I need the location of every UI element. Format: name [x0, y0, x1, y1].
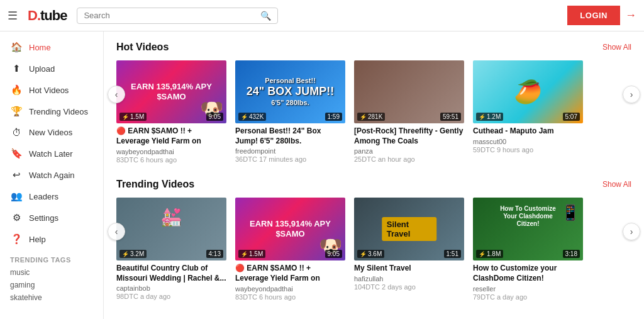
- trending-meta-3: 104DTC 2 days ago: [354, 283, 464, 291]
- sidebar-label-home: Home: [29, 43, 51, 52]
- hot-videos-title: Hot Videos: [116, 42, 169, 53]
- sidebar-item-upload[interactable]: ⬆ Upload: [0, 58, 103, 79]
- trending-overlay-2: ⚡1.5M 9:05: [235, 247, 345, 260]
- trending-video-2[interactable]: EARN 135,914% APY$SAMO 🐶 ⚡1.5M 9:05 🔴 EA…: [235, 198, 345, 301]
- hot-thumb-2: Personal Best!!24" BOX JUMP!!6'5" 280lbs…: [235, 60, 345, 123]
- trending-videos-row: 💒 ⚡3.2M 4:13 Beautiful Country Club of M…: [116, 198, 631, 301]
- trending-videos-header: Trending Videos Show All: [116, 179, 631, 190]
- login-arrow-icon[interactable]: →: [625, 9, 636, 22]
- trending-view-2: ⚡1.5M: [238, 250, 265, 258]
- thumb-overlay-3: ⚡281K 59:51: [354, 110, 464, 123]
- thumb-overlay-4: ⚡1.2M 5:07: [473, 110, 583, 123]
- hot-video-4[interactable]: 🥭 ⚡1.2M 5:07 Cuthead - Maputo Jam masscu…: [473, 60, 583, 164]
- trending-next-arrow[interactable]: ›: [623, 223, 640, 240]
- header-right: LOGIN →: [567, 6, 636, 25]
- hot-videos-show-all[interactable]: Show All: [602, 43, 631, 52]
- sidebar-label-trending: Trending Videos: [29, 107, 88, 116]
- trending-author-3: hafizullah: [354, 275, 464, 283]
- home-icon: 🏠: [10, 42, 23, 53]
- trending-tags-title: TRENDING TAGS: [0, 250, 103, 266]
- hot-video-author-4: masscut00: [473, 138, 583, 145]
- search-input[interactable]: [84, 11, 260, 20]
- hot-thumb-4: 🥭 ⚡1.2M 5:07: [473, 60, 583, 123]
- trending-overlay-1: ⚡3.2M 4:13: [116, 247, 226, 260]
- trending-title-3: My Silent Travel: [354, 264, 464, 274]
- sidebar-item-home[interactable]: 🏠 Home: [0, 36, 103, 58]
- sidebar-label-new-videos: New Videos: [29, 128, 72, 137]
- trending-thumb-2: EARN 135,914% APY$SAMO 🐶 ⚡1.5M 9:05: [235, 198, 345, 260]
- hot-video-title-3: [Post-Rock] Threefifty - Gently Among Th…: [354, 126, 464, 146]
- hot-videos-prev-arrow[interactable]: ‹: [108, 86, 125, 103]
- trending-view-1: ⚡3.2M: [119, 250, 147, 258]
- trending-video-1[interactable]: 💒 ⚡3.2M 4:13 Beautiful Country Club of M…: [116, 198, 226, 301]
- view-count-3: ⚡281K: [357, 113, 385, 121]
- hot-video-meta-4: 59DTC 9 hours ago: [473, 146, 583, 154]
- hot-videos-row: EARN 135,914% APY$SAMO 🐶 ⚡1.5M 9:05 🔴 EA…: [116, 60, 631, 164]
- trending-meta-4: 79DTC a day ago: [473, 293, 583, 301]
- bookmark-icon: 🔖: [10, 148, 23, 159]
- sidebar-item-hot-videos[interactable]: 🔥 Hot Videos: [0, 79, 103, 101]
- hamburger-menu[interactable]: ☰: [8, 9, 18, 23]
- sidebar-item-help[interactable]: ❓ Help: [0, 228, 103, 250]
- sidebar-item-watch-again[interactable]: ↩ Watch Again: [0, 164, 103, 186]
- trending-title-2: 🔴 EARN $SAMO !! + Leverage Yield Farm on…: [235, 264, 345, 284]
- trending-prev-arrow[interactable]: ‹: [108, 223, 125, 240]
- hot-videos-next-arrow[interactable]: ›: [623, 86, 640, 103]
- wedding-emoji: 💒: [160, 206, 182, 227]
- trending-dur-4: 3:18: [563, 250, 580, 258]
- hot-video-1[interactable]: EARN 135,914% APY$SAMO 🐶 ⚡1.5M 9:05 🔴 EA…: [116, 60, 226, 164]
- trending-videos-title: Trending Videos: [116, 179, 194, 190]
- hot-videos-row-wrapper: ‹ EARN 135,914% APY$SAMO 🐶 ⚡1.5M 9:05: [116, 60, 631, 164]
- trending-title-4: How to Customize your ClashDome Citizen!…: [473, 264, 583, 284]
- upload-icon: ⬆: [10, 63, 23, 74]
- trending-title-1: Beautiful Country Club of Missouri Weddi…: [116, 264, 226, 283]
- hot-video-2[interactable]: Personal Best!!24" BOX JUMP!!6'5" 280lbs…: [235, 60, 345, 164]
- tag-skatehive[interactable]: skatehive: [0, 291, 103, 304]
- replay-icon: ↩: [10, 169, 23, 181]
- trending-dur-3: 1:51: [444, 250, 461, 258]
- sidebar-item-watch-later[interactable]: 🔖 Watch Later: [0, 143, 103, 164]
- sidebar-label-watch-again: Watch Again: [29, 171, 75, 180]
- hot-video-title-2: Personal Best!! 24" Box Jump! 6'5" 280lb…: [235, 126, 345, 146]
- trending-thumb-3: Silent Travel ⚡3.6M 1:51: [354, 198, 464, 260]
- hot-video-3[interactable]: ⚡281K 59:51 [Post-Rock] Threefifty - Gen…: [354, 60, 464, 164]
- hot-thumb-3: ⚡281K 59:51: [354, 60, 464, 123]
- duration-3: 59:51: [440, 113, 461, 121]
- sidebar-label-upload: Upload: [29, 64, 55, 74]
- gear-icon: ⚙: [10, 212, 23, 223]
- trending-video-4[interactable]: 📱 How To CustomizeYour ClashdomeCitizen!…: [473, 198, 583, 301]
- trending-videos-show-all[interactable]: Show All: [602, 180, 631, 189]
- logo-tube: tube: [40, 8, 67, 23]
- sidebar-label-leaders: Leaders: [29, 192, 58, 201]
- sidebar-label-watch-later: Watch Later: [29, 149, 73, 159]
- login-button[interactable]: LOGIN: [567, 6, 620, 25]
- sidebar-item-new-videos[interactable]: ⏱ New Videos: [0, 122, 103, 143]
- hot-video-title-4: Cuthead - Maputo Jam: [473, 126, 583, 137]
- tag-gaming[interactable]: gaming: [0, 279, 103, 291]
- hot-video-meta-2: 36DTC 17 minutes ago: [235, 155, 345, 163]
- thumb-overlay-1: ⚡1.5M 9:05: [116, 110, 226, 123]
- sidebar-item-trending[interactable]: 🏆 Trending Videos: [0, 101, 103, 122]
- trending-video-3[interactable]: Silent Travel ⚡3.6M 1:51 My Silent Trave…: [354, 198, 464, 301]
- hot-video-author-2: freedompoint: [235, 147, 345, 155]
- silent-travel-label: Silent Travel: [382, 217, 437, 241]
- sidebar-item-settings[interactable]: ⚙ Settings: [0, 207, 103, 228]
- trending-overlay-3: ⚡3.6M 1:51: [354, 247, 464, 260]
- search-icon[interactable]: 🔍: [260, 11, 271, 21]
- layout: 🏠 Home ⬆ Upload 🔥 Hot Videos 🏆 Trending …: [0, 31, 644, 319]
- trending-author-1: captainbob: [116, 284, 226, 292]
- trending-view-4: ⚡1.8M: [476, 250, 503, 258]
- duration-4: 5:07: [563, 113, 580, 121]
- hot-video-meta-1: 83DTC 6 hours ago: [116, 156, 226, 164]
- view-count-2: ⚡432K: [238, 113, 266, 121]
- trending-videos-row-wrapper: ‹ 💒 ⚡3.2M 4:13 Beautiful Country Club of…: [116, 198, 631, 301]
- fruit-emoji: 🥭: [514, 79, 542, 105]
- view-count-4: ⚡1.2M: [476, 113, 503, 121]
- trending-view-3: ⚡3.6M: [357, 250, 384, 258]
- hot-video-author-3: panza: [354, 147, 464, 155]
- duration-2: 1:59: [325, 113, 342, 121]
- trending-dur-1: 4:13: [206, 250, 223, 258]
- trending-overlay-4: ⚡1.8M 3:18: [473, 247, 583, 260]
- tag-music[interactable]: music: [0, 266, 103, 279]
- sidebar-item-leaders[interactable]: 👥 Leaders: [0, 186, 103, 207]
